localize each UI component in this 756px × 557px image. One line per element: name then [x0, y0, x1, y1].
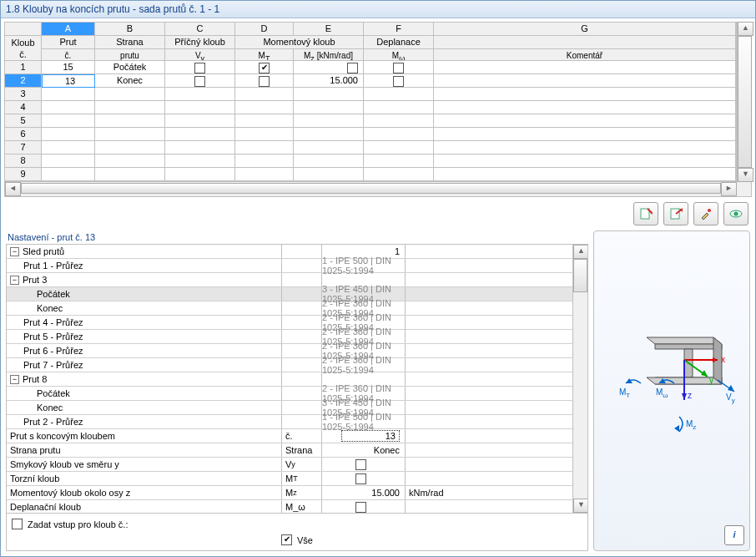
prop-unit	[406, 301, 572, 315]
cell-vy[interactable]	[165, 61, 235, 74]
prop-value[interactable]	[322, 472, 406, 485]
cell-vy[interactable]	[165, 74, 235, 88]
view-button[interactable]	[723, 202, 748, 225]
zadat-checkbox[interactable]	[12, 519, 23, 529]
scroll-left-button[interactable]: ◄	[5, 182, 21, 196]
svg-marker-20	[626, 378, 633, 383]
cell-comment[interactable]	[434, 61, 736, 74]
props-scroll-up[interactable]: ▲	[573, 245, 588, 259]
header-momentovy: Momentový kloub	[235, 36, 364, 49]
col-letter-D[interactable]: D	[235, 23, 294, 36]
col-letter-F[interactable]: F	[364, 23, 434, 36]
prop-symbol	[282, 301, 322, 315]
header-mz: Mz [kNm/rad]	[294, 49, 364, 61]
prop-unit	[406, 500, 572, 513]
row-header[interactable]: 2	[5, 74, 42, 88]
prop-value[interactable]: 1 - IPE 500 | DIN 1025-5:1994	[322, 415, 406, 428]
header-blank-g	[434, 36, 736, 49]
prop-label: Prut s koncovým kloubem	[7, 429, 282, 443]
main-grid[interactable]: A B C D E F G Kloub č. Prut Strana Př	[4, 22, 737, 182]
prop-value[interactable]	[322, 458, 406, 471]
prop-symbol: Mz	[282, 486, 322, 499]
prop-label: Počátek	[7, 287, 282, 301]
col-letter-A[interactable]: A	[42, 23, 95, 36]
svg-marker-18	[682, 393, 687, 400]
row-header[interactable]: 3	[5, 88, 42, 101]
header-pricny: Příčný kloub	[165, 36, 235, 49]
vse-checkbox[interactable]	[281, 534, 292, 545]
prop-symbol	[282, 358, 322, 372]
cell-mt[interactable]	[235, 74, 294, 88]
props-scroll-down[interactable]: ▼	[573, 499, 588, 513]
prop-unit	[406, 458, 572, 471]
prop-symbol: Strana	[282, 443, 322, 457]
prop-symbol	[282, 344, 322, 357]
prop-checkbox[interactable]	[355, 502, 366, 513]
header-prut: Prut	[42, 36, 95, 49]
prop-symbol	[282, 287, 322, 301]
prop-checkbox[interactable]	[355, 473, 366, 484]
props-vertical-scrollbar[interactable]: ▲ ▼	[572, 245, 587, 513]
prop-label: Počátek	[7, 387, 282, 400]
cell-prut[interactable]: ...	[42, 74, 95, 88]
prop-value[interactable]	[322, 500, 406, 513]
property-grid[interactable]: −Sled prutů1Prut 1 - Průřez1 - IPE 500 |…	[7, 245, 572, 513]
cell-mt[interactable]	[235, 61, 294, 74]
grid-vertical-scrollbar[interactable]: ▲ ▼	[737, 22, 752, 182]
prop-label: Prut 7 - Průřez	[7, 358, 282, 372]
prop-symbol: M_ω	[282, 500, 322, 513]
cell-mw[interactable]	[364, 74, 434, 88]
prop-symbol	[282, 387, 322, 400]
prop-unit	[406, 273, 572, 286]
row-header[interactable]: 9	[5, 168, 42, 181]
svg-text:MT: MT	[619, 387, 630, 399]
cell-comment[interactable]	[434, 74, 736, 88]
header-deplanace: Deplanace	[364, 36, 434, 49]
grid-horizontal-scrollbar[interactable]: ◄ ►	[4, 182, 752, 197]
row-header[interactable]: 4	[5, 101, 42, 114]
window-title: 1.8 Klouby na koncích prutu - sada prutů…	[1, 1, 755, 18]
col-letter-B[interactable]: B	[95, 23, 165, 36]
prop-value[interactable]: 2 - IPE 360 | DIN 1025-5:1994	[322, 358, 406, 372]
cell-mw[interactable]	[364, 61, 434, 74]
cell-strana[interactable]: Počátek	[95, 61, 165, 74]
tree-collapse-icon[interactable]: −	[10, 247, 19, 256]
import-button[interactable]	[633, 202, 658, 225]
row-header[interactable]: 1	[5, 61, 42, 74]
tree-collapse-icon[interactable]: −	[10, 276, 19, 285]
prop-checkbox[interactable]	[355, 459, 366, 470]
scroll-up-button[interactable]: ▲	[738, 22, 753, 36]
prop-value[interactable]: 13	[322, 429, 406, 443]
svg-text:z: z	[688, 391, 692, 400]
row-header[interactable]: 5	[5, 114, 42, 128]
prop-value[interactable]: 15.000	[322, 486, 406, 499]
scroll-down-button[interactable]: ▼	[738, 168, 753, 182]
col-letter-G[interactable]: G	[434, 23, 736, 36]
row-header[interactable]: 8	[5, 154, 42, 168]
prop-unit: kNm/rad	[406, 486, 572, 499]
pick-button[interactable]	[693, 202, 718, 225]
cell-prut[interactable]: 15	[42, 61, 95, 74]
export-button[interactable]	[663, 202, 688, 225]
svg-text:Mz: Mz	[686, 419, 696, 431]
col-letter-E[interactable]: E	[294, 23, 364, 36]
row-header[interactable]: 7	[5, 141, 42, 154]
scroll-right-button[interactable]: ►	[721, 182, 737, 196]
prop-label: Smykový kloub ve směru y	[7, 458, 282, 471]
cell-strana[interactable]: Konec	[95, 74, 165, 88]
prop-unit	[406, 429, 572, 443]
cell-mz[interactable]	[294, 61, 364, 74]
prop-symbol: Vy	[282, 458, 322, 471]
col-letter-C[interactable]: C	[165, 23, 235, 36]
prop-unit	[406, 415, 572, 428]
tree-collapse-icon[interactable]: −	[10, 375, 19, 384]
header-komentar: Komentář	[434, 49, 736, 61]
prop-value[interactable]: 1 - IPE 500 | DIN 1025-5:1994	[322, 259, 406, 272]
cell-mz[interactable]: 15.000	[294, 74, 364, 88]
svg-marker-24	[674, 425, 679, 432]
header-mw: Mω	[364, 49, 434, 61]
row-header[interactable]: 6	[5, 128, 42, 141]
prop-value[interactable]: Konec	[322, 443, 406, 457]
props-scroll-thumb[interactable]	[573, 259, 587, 292]
info-button[interactable]: i	[724, 525, 744, 545]
